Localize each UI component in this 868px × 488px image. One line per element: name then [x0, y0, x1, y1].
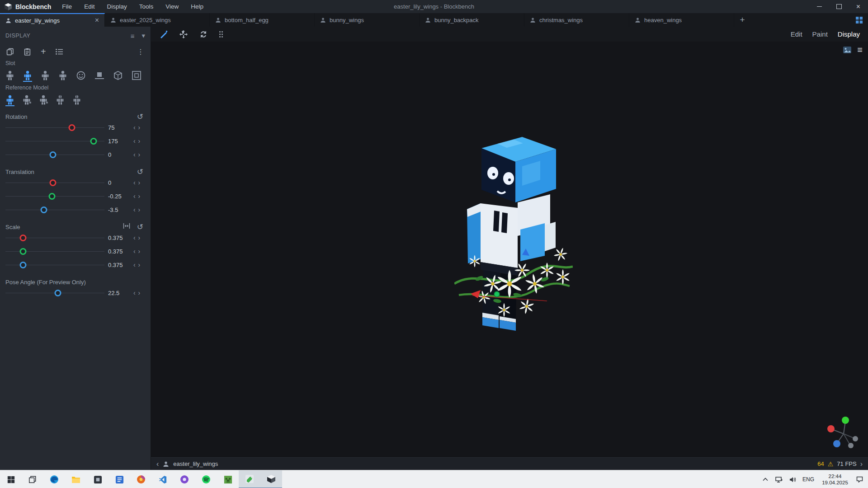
- tab-bottom_half_egg[interactable]: bottom_half_egg: [210, 13, 315, 27]
- toolbar-grip-dots-icon[interactable]: [219, 31, 223, 38]
- 3d-viewport[interactable]: ≡: [151, 42, 868, 457]
- slider-stepper-icons[interactable]: ‹ ›: [133, 192, 145, 200]
- maximize-button[interactable]: [829, 0, 849, 13]
- menu-file[interactable]: File: [62, 3, 72, 10]
- app-icon-4[interactable]: [174, 470, 195, 488]
- tray-chevron-up-icon[interactable]: [760, 478, 771, 481]
- slider-value[interactable]: 0.375: [108, 248, 130, 255]
- slider-stepper-icons[interactable]: ‹ ›: [133, 289, 145, 296]
- task-view-button[interactable]: [22, 470, 43, 488]
- slider-track[interactable]: [5, 124, 104, 131]
- viewport-menu-icon[interactable]: ≡: [857, 45, 863, 54]
- reference-mirror-alt-icon[interactable]: [72, 95, 81, 106]
- reference-player-item-icon[interactable]: [22, 95, 31, 106]
- warning-count[interactable]: 64: [817, 460, 824, 467]
- tab-christmas_wings[interactable]: christmas_wings: [524, 13, 629, 27]
- move-tool-icon[interactable]: [179, 30, 188, 39]
- app-icon-1[interactable]: [87, 470, 108, 488]
- slot-fixed-icon[interactable]: [113, 70, 123, 82]
- viewport-axis-gizmo[interactable]: [826, 415, 862, 451]
- tab-easter_2025_wings[interactable]: easter_2025_wings: [105, 13, 210, 27]
- slider-handle[interactable]: [20, 235, 27, 241]
- slot-head-icon[interactable]: [76, 70, 86, 82]
- add-preset-button[interactable]: +: [41, 47, 46, 56]
- menu-tools[interactable]: Tools: [139, 3, 154, 10]
- warning-icon[interactable]: ⚠: [828, 460, 834, 468]
- blockbench-taskbar-icon[interactable]: [260, 470, 282, 488]
- screenshot-icon[interactable]: [843, 46, 852, 54]
- status-chevron-right-icon[interactable]: ›: [860, 460, 863, 468]
- clock[interactable]: 22:44 19.04.2025: [818, 473, 852, 486]
- panel-options-dots-icon[interactable]: ⋮: [137, 47, 144, 56]
- vscode-icon[interactable]: [152, 470, 174, 488]
- slider-track[interactable]: [5, 138, 104, 145]
- tab-close-icon[interactable]: ×: [95, 17, 99, 24]
- tab-bunny_wings[interactable]: bunny_wings: [315, 13, 420, 27]
- slot-ground-icon[interactable]: [94, 70, 104, 82]
- slider-value[interactable]: 0: [108, 179, 130, 186]
- slider-track[interactable]: [5, 193, 104, 200]
- reset-icon[interactable]: ↺: [137, 222, 143, 232]
- slider-track[interactable]: [5, 262, 104, 268]
- slider-value[interactable]: 0.375: [108, 235, 130, 241]
- pose-tool-icon[interactable]: [159, 30, 168, 39]
- slider-stepper-icons[interactable]: ‹ ›: [133, 179, 145, 186]
- slider-track[interactable]: [5, 206, 104, 213]
- slot-firstperson-left-icon[interactable]: [58, 70, 67, 82]
- slot-thirdperson-left-icon[interactable]: [23, 70, 32, 82]
- tab-easter_lily_wings[interactable]: easter_lily_wings×: [0, 13, 105, 27]
- language-indicator[interactable]: ENG: [800, 476, 816, 483]
- slider-track[interactable]: [5, 151, 104, 158]
- layout-grid-icon[interactable]: [856, 13, 868, 27]
- reference-mirror-icon[interactable]: [56, 95, 65, 106]
- slider-handle[interactable]: [20, 262, 27, 268]
- slider-handle[interactable]: [90, 138, 97, 145]
- close-button[interactable]: ×: [849, 0, 868, 13]
- slider-track[interactable]: [5, 179, 104, 186]
- swap-rotate-tool-icon[interactable]: [199, 30, 208, 39]
- volume-icon[interactable]: [787, 477, 798, 483]
- preset-list-icon[interactable]: [56, 48, 63, 55]
- status-model-name[interactable]: easter_lily_wings: [173, 460, 218, 467]
- minimize-button[interactable]: [810, 0, 829, 13]
- mirror-icon[interactable]: [123, 222, 130, 231]
- menu-view[interactable]: View: [165, 3, 179, 10]
- reset-icon[interactable]: ↺: [137, 112, 143, 122]
- mode-tab-display[interactable]: Display: [838, 30, 860, 38]
- menu-display[interactable]: Display: [107, 3, 127, 10]
- new-tab-button[interactable]: +: [734, 13, 750, 27]
- app-icon-2[interactable]: [108, 470, 130, 488]
- slider-stepper-icons[interactable]: ‹ ›: [133, 261, 145, 268]
- tab-bunny_backpack[interactable]: bunny_backpack: [420, 13, 524, 27]
- mode-tab-edit[interactable]: Edit: [791, 30, 802, 38]
- slider-value[interactable]: 22.5: [108, 290, 130, 296]
- menu-help[interactable]: Help: [191, 3, 203, 10]
- slider-track[interactable]: [5, 248, 104, 255]
- slider-stepper-icons[interactable]: ‹ ›: [133, 206, 145, 213]
- status-chevron-left-icon[interactable]: ‹: [156, 460, 159, 468]
- slot-thirdperson-right-icon[interactable]: [5, 70, 14, 82]
- slider-handle[interactable]: [55, 290, 61, 296]
- reset-icon[interactable]: ↺: [137, 167, 143, 177]
- slider-handle[interactable]: [48, 193, 55, 200]
- mode-tab-paint[interactable]: Paint: [812, 30, 828, 38]
- network-icon[interactable]: [773, 477, 785, 483]
- slider-value[interactable]: 175: [108, 138, 130, 145]
- notification-center-icon[interactable]: [854, 476, 865, 483]
- slider-stepper-icons[interactable]: ‹ ›: [133, 234, 145, 241]
- edge-icon[interactable]: [43, 470, 65, 488]
- spotify-icon[interactable]: [195, 470, 217, 488]
- slider-track[interactable]: [5, 290, 104, 296]
- app-icon-5[interactable]: [239, 470, 260, 488]
- file-explorer-icon[interactable]: [65, 470, 87, 488]
- slider-stepper-icons[interactable]: ‹ ›: [133, 151, 145, 158]
- slider-value[interactable]: 0.375: [108, 262, 130, 268]
- slider-value[interactable]: -3.5: [108, 206, 130, 213]
- slider-handle[interactable]: [68, 124, 75, 131]
- slider-handle[interactable]: [20, 248, 27, 255]
- start-button[interactable]: [0, 470, 22, 488]
- panel-collapse-icon[interactable]: ▾: [142, 32, 145, 40]
- slot-firstperson-right-icon[interactable]: [41, 70, 50, 82]
- panel-menu-icon[interactable]: ≡: [131, 32, 135, 40]
- slider-handle[interactable]: [41, 206, 47, 213]
